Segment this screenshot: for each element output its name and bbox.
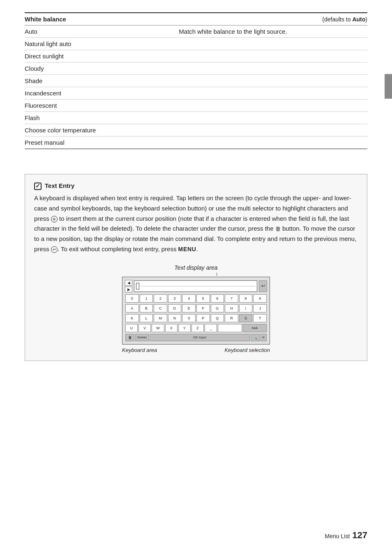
trash-symbol: 🗑 <box>275 226 281 232</box>
kbd-key-C[interactable]: C <box>154 304 167 312</box>
kbd-key-0b[interactable]: 0 <box>182 314 196 322</box>
note-body: A keyboard is displayed when text entry … <box>34 193 358 255</box>
kbd-key-D[interactable]: D <box>168 304 182 312</box>
kbd-key-W[interactable]: W <box>152 324 164 332</box>
kbd-key-Q[interactable]: Q <box>211 314 224 322</box>
kbd-bottom-labels: Keyboard area Keyboard selection <box>122 347 270 353</box>
kbd-key-aa[interactable]: Aa& <box>243 324 267 332</box>
kbd-row-a: A B C D E F G H I J <box>125 304 267 313</box>
kbd-key-6[interactable]: 6 <box>211 294 224 303</box>
kbd-key-B[interactable]: B <box>140 304 153 312</box>
note-title: Text Entry <box>34 182 358 189</box>
wb-row-8: Choose color temperature <box>25 124 367 137</box>
wb-item-label-3: Cloudy <box>25 62 367 75</box>
wb-row-1: Natural light auto <box>25 38 367 50</box>
kbd-ok-input-btn[interactable]: OK Input <box>150 334 250 341</box>
wb-row-5: Incandescent <box>25 87 367 99</box>
kbd-key-A[interactable]: A <box>125 304 139 312</box>
wb-title: White balance <box>25 13 179 25</box>
kbd-undo-button[interactable]: ↩ <box>259 280 267 292</box>
kbd-key-space[interactable] <box>218 324 242 332</box>
wb-row-7: Flash <box>25 112 367 124</box>
page-footer: Menu List 127 <box>325 530 367 541</box>
kbd-key-2[interactable]: 2 <box>154 294 167 303</box>
wb-table: White balance (defaults to Auto) Auto Ma… <box>25 12 367 149</box>
kbd-text-line <box>141 286 255 287</box>
kbd-arrow-right[interactable]: ▶ <box>125 287 132 292</box>
kbd-k-btn[interactable]: K <box>261 334 267 341</box>
wb-header-row: White balance (defaults to Auto) <box>25 13 367 25</box>
kbd-key-8[interactable]: 8 <box>239 294 253 303</box>
kbd-key-H[interactable]: H <box>225 304 238 312</box>
kbd-key-underscore[interactable]: _ <box>205 324 217 332</box>
footer-page-number: 127 <box>352 530 367 541</box>
circle-ok-symbol: ⊛ <box>51 216 58 222</box>
kbd-key-4[interactable]: 4 <box>182 294 196 303</box>
kbd-cursor <box>136 283 139 289</box>
note-title-text: Text Entry <box>45 182 74 189</box>
wb-row-3: Cloudy <box>25 62 367 75</box>
kbd-label-right: Keyboard selection <box>224 347 270 353</box>
note-part-3: . To exit without completing text entry,… <box>58 245 178 252</box>
kbd-search-icon[interactable]: 🔍 <box>251 334 260 341</box>
kbd-key-X[interactable]: X <box>165 324 178 332</box>
kbd-num-row: 0 1 2 3 4 5 6 7 8 9 <box>125 294 267 303</box>
note-part-4: . <box>196 245 198 252</box>
wb-item-label-8: Choose color temperature <box>25 124 367 137</box>
kbd-key-J[interactable]: J <box>253 304 267 312</box>
kbd-key-I[interactable]: I <box>239 304 253 312</box>
kbd-key-S[interactable]: S <box>239 314 253 322</box>
wb-defaults-text: (defaults to <box>322 16 352 23</box>
kbd-key-3[interactable]: 3 <box>168 294 182 303</box>
page-container: White balance (defaults to Auto) Auto Ma… <box>0 0 392 553</box>
wb-row-2: Direct sunlight <box>25 50 367 62</box>
kbd-key-N[interactable]: N <box>168 314 182 322</box>
menu-label: MENU <box>178 246 196 252</box>
kbd-key-K[interactable]: K <box>125 314 139 322</box>
wb-defaults-bold: Auto <box>352 16 365 23</box>
kbd-bottom-bar: 🗑 Delete OK Input 🔍 K <box>125 333 267 342</box>
footer-menu-list-label: Menu List <box>325 533 350 539</box>
kbd-key-5[interactable]: 5 <box>196 294 210 303</box>
wb-row-9: Preset manual <box>25 137 367 149</box>
kbd-delete-btn[interactable]: Delete <box>135 334 149 341</box>
wb-row-auto: Auto Match white balance to the light so… <box>25 25 367 38</box>
wb-item-label-9: Preset manual <box>25 137 367 149</box>
kbd-key-Z[interactable]: Z <box>191 324 204 332</box>
kbd-key-1[interactable]: 1 <box>140 294 153 303</box>
wb-item-label-1: Natural light auto <box>25 38 367 50</box>
kbd-key-T[interactable]: T <box>253 314 267 322</box>
kbd-key-E[interactable]: E <box>182 304 196 312</box>
kbd-key-F[interactable]: F <box>196 304 210 312</box>
wb-row-6: Fluorescent <box>25 99 367 112</box>
kbd-arrow-left[interactable]: ◀ <box>125 280 132 286</box>
kbd-key-0[interactable]: 0 <box>125 294 139 303</box>
wb-row-4: Shade <box>25 75 367 87</box>
kbd-text-display <box>134 280 257 292</box>
kbd-label-left: Keyboard area <box>122 347 157 353</box>
kbd-key-P[interactable]: P <box>196 314 210 322</box>
kbd-key-U[interactable]: U <box>125 324 138 332</box>
keyboard-diagram: Text display area ◀ ▶ ↩ <box>34 264 358 353</box>
kbd-key-V[interactable]: V <box>138 324 151 332</box>
note-icon <box>34 183 42 190</box>
kbd-top-row: ◀ ▶ ↩ <box>125 280 267 293</box>
wb-item-label-5: Incandescent <box>25 87 367 99</box>
kbd-row-k: K L M N 0 P Q R S T <box>125 314 267 323</box>
kbd-key-7[interactable]: 7 <box>225 294 238 303</box>
wb-defaults: (defaults to Auto) <box>179 13 367 25</box>
kbd-key-9[interactable]: 9 <box>253 294 267 303</box>
wb-auto-desc: Match white balance to the light source. <box>179 25 367 38</box>
right-tab <box>385 74 392 99</box>
return-symbol: ↩ <box>51 246 58 253</box>
kbd-key-M[interactable]: M <box>154 314 167 322</box>
kbd-key-R[interactable]: R <box>225 314 238 322</box>
kbd-key-L[interactable]: L <box>140 314 153 322</box>
kbd-key-Y[interactable]: Y <box>178 324 191 332</box>
wb-item-label-2: Direct sunlight <box>25 50 367 62</box>
kbd-trash-icon[interactable]: 🗑 <box>125 334 134 341</box>
note-box: Text Entry A keyboard is displayed when … <box>25 174 367 361</box>
kbd-key-G[interactable]: G <box>211 304 224 312</box>
wb-item-label-6: Fluorescent <box>25 99 367 112</box>
kbd-top-label: Text display area <box>174 264 217 271</box>
